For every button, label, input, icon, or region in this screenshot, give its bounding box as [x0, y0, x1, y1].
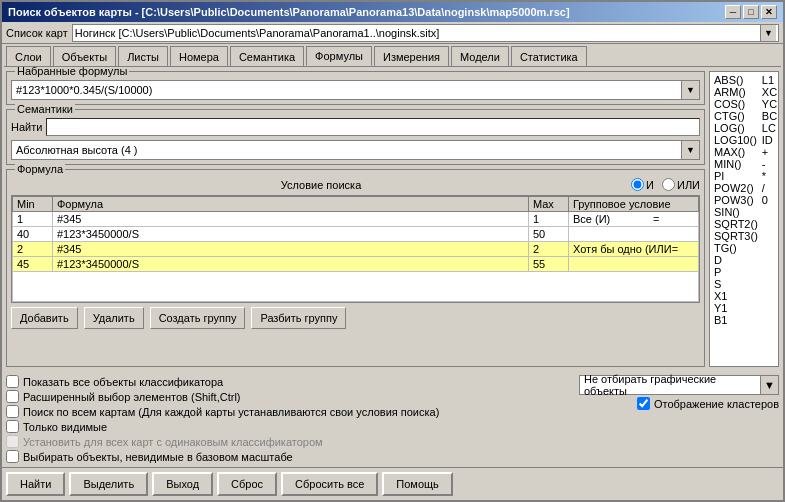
func-abs[interactable]: ABS()	[712, 74, 760, 86]
delete-button[interactable]: Удалить	[84, 307, 144, 329]
func-pow3[interactable]: POW3()	[712, 194, 760, 206]
cluster-row: Отображение кластеров	[637, 397, 779, 410]
no-select-combo[interactable]: Не отбирать графические объекты ▼	[579, 375, 779, 395]
checkbox-show-all[interactable]	[6, 375, 19, 388]
func-sqrt3[interactable]: SQRT3()	[712, 230, 760, 242]
reset-button[interactable]: Сброс	[217, 472, 277, 496]
add-button[interactable]: Добавить	[11, 307, 78, 329]
maximize-button[interactable]: □	[743, 5, 759, 19]
func-p[interactable]: P	[712, 266, 760, 278]
func-d[interactable]: D	[712, 254, 760, 266]
table-header-row: Min Формула Max Групповое условие	[13, 197, 699, 212]
func-max-key: +	[760, 146, 779, 158]
saved-formulas-label: Набранные формулы	[15, 67, 129, 77]
tab-listy[interactable]: Листы	[118, 46, 168, 66]
func-pi[interactable]: PI	[712, 170, 760, 182]
checkbox-row-2: Расширенный выбор элементов (Shift,Ctrl)	[6, 390, 571, 403]
saved-formulas-dropdown-icon[interactable]: ▼	[681, 81, 699, 99]
action-buttons-bar: Найти Выделить Выход Сброс Сбросить все …	[2, 467, 783, 500]
tab-statistika[interactable]: Статистика	[511, 46, 587, 66]
cell-formula: #123*3450000/S	[53, 227, 529, 242]
func-x1-key	[760, 290, 779, 302]
checkbox-invisible[interactable]	[6, 450, 19, 463]
semantics-combo[interactable]: Абсолютная высота (4 ) ▼	[11, 140, 700, 160]
func-arm[interactable]: ARM()	[712, 86, 760, 98]
func-sqrt2-key	[760, 218, 779, 230]
func-log[interactable]: LOG()	[712, 122, 760, 134]
func-cos[interactable]: COS()	[712, 98, 760, 110]
find-input[interactable]	[46, 118, 700, 136]
func-pow2[interactable]: POW2()	[712, 182, 760, 194]
find-button[interactable]: Найти	[6, 472, 65, 496]
tab-izmereniya[interactable]: Измерения	[374, 46, 449, 66]
checkbox-row-5: Установить для всех карт с одинаковым кл…	[6, 435, 571, 448]
reset-all-button[interactable]: Сбросить все	[281, 472, 378, 496]
checkbox-extended[interactable]	[6, 390, 19, 403]
cluster-checkbox[interactable]	[637, 397, 650, 410]
formula-table: Min Формула Max Групповое условие 1 #345	[12, 196, 699, 302]
help-button[interactable]: Помощь	[382, 472, 453, 496]
col-condition: Групповое условие	[569, 197, 699, 212]
func-min[interactable]: MIN()	[712, 158, 760, 170]
cell-formula: #345	[53, 242, 529, 257]
table-row[interactable]: 2 #345 2 Хотя бы одно (ИЛИ=	[13, 242, 699, 257]
create-group-button[interactable]: Создать группу	[150, 307, 246, 329]
saved-formulas-combo[interactable]: #123*1000*0.345/(S/10000) ▼	[11, 80, 700, 100]
func-b1[interactable]: B1	[712, 314, 760, 326]
func-p-key	[760, 266, 779, 278]
radio-and[interactable]: И	[631, 178, 654, 191]
split-group-button[interactable]: Разбить группу	[251, 307, 346, 329]
semantics-dropdown-icon[interactable]: ▼	[681, 141, 699, 159]
func-s[interactable]: S	[712, 278, 760, 290]
func-sin[interactable]: SIN()	[712, 206, 760, 218]
radio-or[interactable]: ИЛИ	[662, 178, 700, 191]
func-ctg[interactable]: CTG()	[712, 110, 760, 122]
cell-min: 40	[13, 227, 53, 242]
tab-obekty[interactable]: Объекты	[53, 46, 116, 66]
table-row[interactable]: 1 #345 1 Все (И) =	[13, 212, 699, 227]
semantics-find-row: Найти	[11, 118, 700, 136]
func-y1[interactable]: Y1	[712, 302, 760, 314]
func-abs-key: L1	[760, 74, 779, 86]
table-row[interactable]: 45 #123*3450000/S 55	[13, 257, 699, 272]
listbar-combo-dropdown-icon[interactable]: ▼	[760, 25, 776, 41]
func-max[interactable]: MAX()	[712, 146, 760, 158]
func-x1[interactable]: X1	[712, 290, 760, 302]
saved-formulas-value: #123*1000*0.345/(S/10000)	[12, 84, 681, 96]
cell-max: 1	[529, 212, 569, 227]
checkbox-search-all-label: Поиск по всем картам (Для каждой карты у…	[23, 406, 439, 418]
func-y1-key	[760, 302, 779, 314]
radio-or-input[interactable]	[662, 178, 675, 191]
no-select-dropdown-icon[interactable]: ▼	[760, 376, 778, 394]
tab-formuly[interactable]: Формулы	[306, 46, 372, 66]
func-sqrt2[interactable]: SQRT2()	[712, 218, 760, 230]
minimize-button[interactable]: ─	[725, 5, 741, 19]
listbar-combo[interactable]: Ногинск [C:\Users\Public\Documents\Panor…	[72, 24, 779, 42]
radio-and-input[interactable]	[631, 178, 644, 191]
func-cos-key: YC	[760, 98, 779, 110]
formula-table-wrapper: Min Формула Max Групповое условие 1 #345	[11, 195, 700, 303]
tab-nomera[interactable]: Номера	[170, 46, 228, 66]
close-button[interactable]: ✕	[761, 5, 777, 19]
select-button[interactable]: Выделить	[69, 472, 148, 496]
table-row[interactable]: 40 #123*3450000/S 50	[13, 227, 699, 242]
tab-modeli[interactable]: Модели	[451, 46, 509, 66]
cell-condition	[569, 227, 699, 242]
cell-condition: Хотя бы одно (ИЛИ=	[569, 242, 699, 257]
tab-sloi[interactable]: Слои	[6, 46, 51, 66]
cell-max: 55	[529, 257, 569, 272]
cell-formula: #345	[53, 212, 529, 227]
no-select-value: Не отбирать графические объекты	[580, 373, 760, 397]
functions-panel: ABS() L1 ARM() XC COS() YC CTG() BC LOG(…	[709, 71, 779, 367]
formula-group-label: Формула	[15, 163, 65, 175]
func-tg[interactable]: TG()	[712, 242, 760, 254]
checkbox-visible-only-label: Только видимые	[23, 421, 107, 433]
tab-semantika[interactable]: Семантика	[230, 46, 304, 66]
func-log10[interactable]: LOG10()	[712, 134, 760, 146]
bottom-section: Показать все объекты классификатора Расш…	[2, 371, 783, 467]
checkbox-search-all[interactable]	[6, 405, 19, 418]
checkbox-visible-only[interactable]	[6, 420, 19, 433]
bottom-right: Не отбирать графические объекты ▼ Отобра…	[579, 375, 779, 465]
checkbox-row-6: Выбирать объекты, невидимые в базовом ма…	[6, 450, 571, 463]
exit-button[interactable]: Выход	[152, 472, 213, 496]
